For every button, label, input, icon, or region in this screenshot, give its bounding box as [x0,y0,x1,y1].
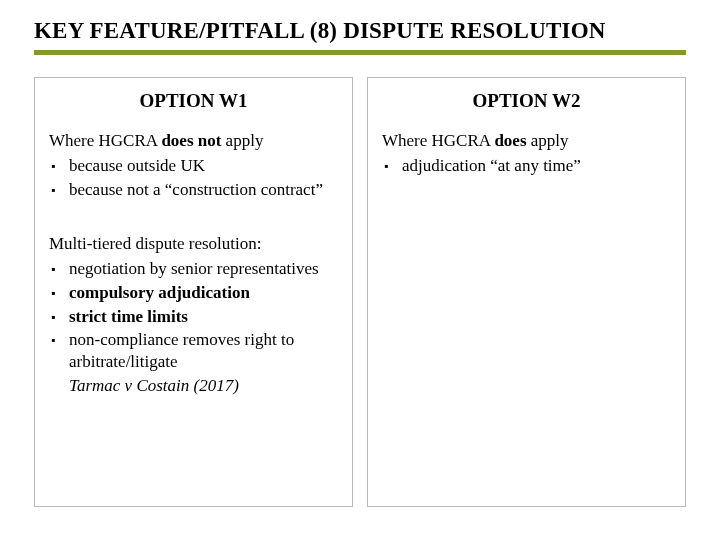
w2-intro: Where HGCRA does apply [382,130,671,151]
option-w1-heading: OPTION W1 [49,90,338,112]
w1-intro-strong: does not [161,131,221,150]
list-item: non-compliance removes right to arbitrat… [49,329,338,373]
list-item: adjudication “at any time” [382,155,671,177]
w1-intro: Where HGCRA does not apply [49,130,338,151]
w1-intro-pre: Where HGCRA [49,131,161,150]
w2-intro-strong: does [494,131,526,150]
w2-intro-post: apply [527,131,569,150]
list-item: because not a “construction contract” [49,179,338,201]
list-item: because outside UK [49,155,338,177]
columns: OPTION W1 Where HGCRA does not apply bec… [34,77,686,507]
option-w2-column: OPTION W2 Where HGCRA does apply adjudic… [367,77,686,507]
w1-para2: Multi-tiered dispute resolution: [49,233,338,254]
option-w2-heading: OPTION W2 [382,90,671,112]
w1-bullets-2: negotiation by senior representatives co… [49,258,338,373]
slide: KEY FEATURE/PITFALL (8) DISPUTE RESOLUTI… [0,0,720,540]
w1-bullets-1: because outside UK because not a “constr… [49,155,338,201]
spacer [49,219,338,233]
w2-intro-pre: Where HGCRA [382,131,494,150]
w1-case-citation: Tarmac v Costain (2017) [49,375,338,397]
list-item: compulsory adjudication [49,282,338,304]
slide-title: KEY FEATURE/PITFALL (8) DISPUTE RESOLUTI… [34,18,686,44]
option-w1-column: OPTION W1 Where HGCRA does not apply bec… [34,77,353,507]
list-item: negotiation by senior representatives [49,258,338,280]
title-underline [34,50,686,55]
w1-intro-post: apply [221,131,263,150]
list-item: strict time limits [49,306,338,328]
w2-bullets: adjudication “at any time” [382,155,671,177]
